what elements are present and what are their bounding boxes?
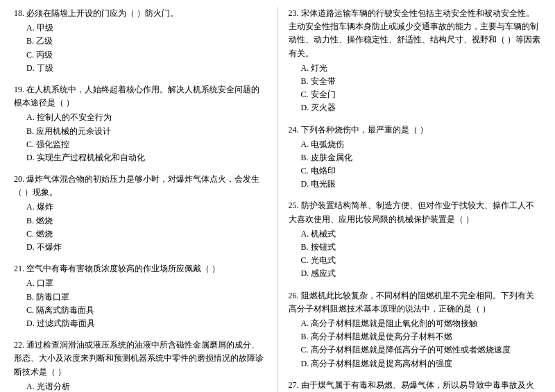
q21-option-b: B. 防毒口罩 bbox=[14, 291, 267, 304]
q22-option-a: A. 光谱分析 bbox=[14, 380, 267, 392]
question-20: 20. 爆炸气体混合物的初始压力是够小时，对爆炸气体点火，会发生（ ）现象。 A… bbox=[14, 173, 267, 254]
q21-option-a: A. 口罩 bbox=[14, 277, 267, 290]
q26-title: 26. 阻燃机此比较复杂，不同材料的阻燃机里不完全相同。下列有关高分子材料阻燃技… bbox=[289, 289, 542, 316]
q19-title: 19. 在人机系统中，人始终起着核心作用。解决人机系统安全问题的根本途径是（ ） bbox=[14, 83, 267, 110]
q21-option-c: C. 隔离式防毒面具 bbox=[14, 304, 267, 317]
q19-option-c: C. 强化监控 bbox=[14, 138, 267, 151]
question-25: 25. 防护装置结构简单、制造方便、但对作业于找较大、操作工人不大喜欢使用、应用… bbox=[289, 199, 542, 280]
q18-title: 18. 必须在隔墙上开设的门应为（ ）防火门。 bbox=[14, 7, 267, 20]
q24-option-c: C. 电烙印 bbox=[289, 164, 542, 178]
column-divider bbox=[278, 7, 278, 392]
question-19: 19. 在人机系统中，人始终起着核心作用。解决人机系统安全问题的根本途径是（ ）… bbox=[14, 83, 267, 164]
page-content: 18. 必须在隔墙上开设的门应为（ ）防火门。 A. 甲级 B. 乙级 C. 丙… bbox=[14, 7, 541, 392]
question-21: 21. 空气中有毒有害物质浓度较高的作业场所应佩戴（ ） A. 口罩 B. 防毒… bbox=[14, 262, 267, 330]
q19-option-d: D. 实现生产过程机械化和自动化 bbox=[14, 151, 267, 164]
q23-option-b: B. 安全带 bbox=[289, 75, 542, 88]
q19-option-a: A. 控制人的不安全行为 bbox=[14, 111, 267, 124]
left-column: 18. 必须在隔墙上开设的门应为（ ）防火门。 A. 甲级 B. 乙级 C. 丙… bbox=[14, 7, 267, 392]
q25-option-a: A. 机械式 bbox=[289, 228, 542, 241]
q25-option-c: C. 光电式 bbox=[289, 254, 542, 267]
q21-title: 21. 空气中有毒有害物质浓度较高的作业场所应佩戴（ ） bbox=[14, 262, 267, 275]
q23-option-a: A. 灯光 bbox=[289, 62, 542, 75]
q20-title: 20. 爆炸气体混合物的初始压力是够小时，对爆炸气体点火，会发生（ ）现象。 bbox=[14, 173, 267, 199]
q22-title: 22. 通过检查润滑油或液压系统的油液中所含磁性金属磨屑的成分、形态、大小及浓度… bbox=[14, 339, 267, 379]
q24-title: 24. 下列各种烧伤中，最严重的是（ ） bbox=[289, 123, 542, 137]
q25-title: 25. 防护装置结构简单、制造方便、但对作业于找较大、操作工人不大喜欢使用、应用… bbox=[289, 199, 542, 225]
q18-option-a: A. 甲级 bbox=[14, 22, 267, 35]
q26-option-c: C. 高分子材料阻燃就是降低高分子的可燃性或者燃烧速度 bbox=[289, 343, 542, 357]
question-27: 27. 由于煤气属于有毒和易燃、易爆气体，所以易导致中毒事故及火灾爆炸事故。煤气… bbox=[289, 379, 542, 392]
q25-option-b: B. 按钮式 bbox=[289, 241, 542, 254]
q23-title: 23. 宋体道路运输车辆的行驶安全性包括主动安全性和被动安全性。主动安全性指车辆… bbox=[289, 7, 542, 60]
right-column: 23. 宋体道路运输车辆的行驶安全性包括主动安全性和被动安全性。主动安全性指车辆… bbox=[289, 7, 542, 392]
question-23: 23. 宋体道路运输车辆的行驶安全性包括主动安全性和被动安全性。主动安全性指车辆… bbox=[289, 7, 542, 115]
q26-option-b: B. 高分子材料阻燃就是使高分子材料不燃 bbox=[289, 330, 542, 343]
q26-option-d: D. 高分子材料阻燃就是提高高材料的强度 bbox=[289, 357, 542, 370]
q21-option-d: D. 过滤式防毒面具 bbox=[14, 317, 267, 330]
q25-option-d: D. 感应式 bbox=[289, 267, 542, 280]
q27-title: 27. 由于煤气属于有毒和易燃、易爆气体，所以易导致中毒事故及火灾爆炸事故。煤气… bbox=[289, 379, 542, 392]
q20-option-c: C. 燃烧 bbox=[14, 228, 267, 241]
q19-option-b: B. 应用机械的元余设计 bbox=[14, 125, 267, 138]
q24-option-d: D. 电光眼 bbox=[289, 178, 542, 191]
q24-option-b: B. 皮肤金属化 bbox=[289, 151, 542, 164]
q18-option-d: D. 丁级 bbox=[14, 62, 267, 75]
q20-option-d: D. 不爆炸 bbox=[14, 241, 267, 254]
question-24: 24. 下列各种烧伤中，最严重的是（ ） A. 电弧烧伤 B. 皮肤金属化 C.… bbox=[289, 123, 542, 191]
q26-option-a: A. 高分子材料阻燃就是阻止氧化剂的可燃物接触 bbox=[289, 317, 542, 330]
q23-option-c: C. 安全门 bbox=[289, 88, 542, 101]
q18-option-b: B. 乙级 bbox=[14, 35, 267, 48]
question-18: 18. 必须在隔墙上开设的门应为（ ）防火门。 A. 甲级 B. 乙级 C. 丙… bbox=[14, 7, 267, 75]
question-26: 26. 阻燃机此比较复杂，不同材料的阻燃机里不完全相同。下列有关高分子材料阻燃技… bbox=[289, 289, 542, 370]
question-22: 22. 通过检查润滑油或液压系统的油液中所含磁性金属磨屑的成分、形态、大小及浓度… bbox=[14, 339, 267, 392]
q20-option-a: A. 爆炸 bbox=[14, 201, 267, 214]
q18-option-c: C. 丙级 bbox=[14, 49, 267, 62]
q20-option-b: B. 燃烧 bbox=[14, 214, 267, 228]
q23-option-d: D. 灭火器 bbox=[289, 101, 542, 114]
q24-option-a: A. 电弧烧伤 bbox=[289, 138, 542, 151]
